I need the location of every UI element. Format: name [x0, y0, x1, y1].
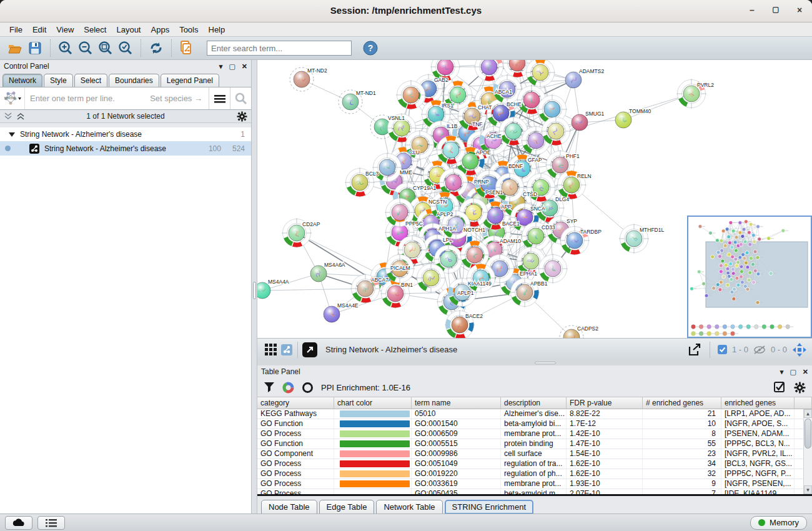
help-icon[interactable]: ?: [360, 38, 380, 58]
pan-compass-icon[interactable]: [792, 342, 807, 357]
grid-view-icon[interactable]: [262, 340, 279, 360]
expander-icon[interactable]: [9, 132, 15, 137]
column-header-FDR-p-value[interactable]: FDR p-value: [567, 397, 643, 409]
settings-gear-icon[interactable]: [794, 382, 806, 394]
menu-item-select[interactable]: Select: [79, 24, 111, 35]
svg-text:?: ?: [368, 43, 374, 53]
table-row[interactable]: GO ProcessGO:0050435beta-amyloid m...2.0…: [257, 489, 812, 494]
table-row[interactable]: GO ProcessGO:0019220regulation of ph...1…: [257, 469, 812, 479]
column-header-description[interactable]: description: [501, 397, 567, 409]
table-scrollbar[interactable]: ▲ ▼: [803, 409, 812, 494]
menu-item-layout[interactable]: Layout: [112, 24, 145, 35]
selected-nodes-icon[interactable]: [718, 345, 727, 354]
node-label: PSEN1: [485, 189, 503, 196]
network-canvas[interactable]: MT-ND2MT-ND1VSNL1GAB2IRS1IL1BTNFCHATABCA…: [257, 60, 812, 338]
zoom-fit-button[interactable]: [96, 38, 116, 58]
column-header-filler: [795, 397, 812, 409]
draw-charts-icon[interactable]: [282, 382, 294, 394]
zoom-out-button[interactable]: [76, 38, 96, 58]
string-options-icon[interactable]: [209, 87, 230, 109]
cell-genes: [IDE, KIAA1149...: [721, 489, 795, 494]
minimize-button[interactable]: –: [747, 5, 757, 15]
protein-node[interactable]: [525, 60, 555, 87]
control-panel: Control Panel ▾ ▢ ✕ NetworkStyleSelectBo…: [0, 60, 252, 514]
column-header-enriched-genes[interactable]: enriched genes: [721, 397, 795, 409]
copy-network-button[interactable]: [177, 38, 197, 58]
table-row[interactable]: GO ProcessGO:0051049regulation of tra...…: [257, 459, 812, 469]
collection-count: 1: [240, 130, 251, 139]
tab-network[interactable]: Network: [2, 74, 42, 87]
maximize-button[interactable]: ▢: [771, 5, 781, 15]
tab-legend-panel[interactable]: Legend Panel: [161, 74, 219, 87]
string-terms-input[interactable]: Enter one term per line.Set species →: [25, 94, 209, 103]
save-button[interactable]: [25, 38, 45, 58]
panel-splitter[interactable]: [252, 60, 257, 514]
menu-item-view[interactable]: View: [52, 24, 78, 35]
zoom-in-button[interactable]: [56, 38, 76, 58]
table-row[interactable]: GO FunctionGO:0001540beta-amyloid bi...1…: [257, 419, 812, 429]
close-button[interactable]: ×: [795, 5, 805, 15]
tab-boundaries[interactable]: Boundaries: [109, 74, 159, 87]
task-history-button[interactable]: [37, 516, 65, 530]
cell-term-name: GO:0006509: [412, 429, 501, 439]
cell-term-name: GO:0050435: [412, 489, 501, 494]
set-species-hint[interactable]: Set species →: [150, 94, 209, 103]
tab-node-table[interactable]: Node Table: [261, 500, 317, 514]
hidden-nodes-eye-icon[interactable]: [753, 345, 766, 355]
zoom-selected-button[interactable]: [116, 38, 136, 58]
cell-genes: [NGFR, PSENEN,...: [721, 479, 795, 489]
toolbar-separator: [50, 39, 51, 57]
table-row[interactable]: GO ComponentGO:0009986cell surface1.54E-…: [257, 449, 812, 459]
birds-eye-toggle-icon[interactable]: [279, 340, 295, 360]
menu-item-help[interactable]: Help: [204, 24, 230, 35]
panel-menu-icon[interactable]: ▾: [219, 62, 223, 71]
app-store-cloud-button[interactable]: [5, 516, 32, 530]
column-header-chart-color[interactable]: chart color: [334, 397, 412, 409]
table-row[interactable]: GO ProcessGO:0006509membrane prot...1.42…: [257, 429, 812, 439]
cell-description: membrane prot...: [501, 479, 567, 489]
network-collection-row[interactable]: String Network - Alzheimer's disease 1: [0, 127, 251, 141]
export-network-icon[interactable]: [687, 342, 702, 357]
tab-network-table[interactable]: Network Table: [376, 500, 442, 514]
tab-select[interactable]: Select: [74, 74, 107, 87]
tab-style[interactable]: Style: [44, 74, 73, 87]
table-row[interactable]: KEGG Pathways05010Alzheimer's dise...8.8…: [257, 409, 812, 419]
refresh-icon[interactable]: [146, 38, 166, 58]
detach-view-icon[interactable]: [300, 340, 319, 360]
table-row[interactable]: GO FunctionGO:0005515protein binding1.47…: [257, 439, 812, 449]
scroll-down-icon[interactable]: ▼: [804, 485, 812, 494]
table-row[interactable]: GO ProcessGO:0033619membrane prot...1.93…: [257, 479, 812, 489]
string-protein-query-icon[interactable]: STRING: [0, 87, 25, 109]
select-rows-checkbox-icon[interactable]: [774, 382, 785, 393]
node-label: BCHE: [507, 101, 522, 107]
filter-funnel-icon[interactable]: [264, 382, 275, 393]
birds-eye-view[interactable]: [687, 216, 812, 338]
splitter-handle[interactable]: [535, 362, 556, 364]
float-panel-icon[interactable]: ▢: [229, 62, 235, 71]
scroll-thumb[interactable]: [805, 419, 811, 449]
cell-description: regulation of tra...: [501, 459, 567, 469]
splitter-handle[interactable]: [253, 282, 256, 299]
column-header-category[interactable]: category: [257, 397, 334, 409]
memory-button[interactable]: Memory: [750, 516, 807, 530]
search-input[interactable]: [207, 41, 352, 56]
node-label: NCSTN: [428, 199, 447, 205]
panel-menu-icon[interactable]: ▾: [780, 368, 784, 376]
menu-item-file[interactable]: File: [5, 24, 27, 35]
column-header-term-name[interactable]: term name: [412, 397, 501, 409]
close-panel-icon[interactable]: ✕: [803, 368, 808, 376]
string-search-icon[interactable]: [230, 87, 251, 109]
tab-string-enrichment[interactable]: STRING Enrichment: [445, 500, 533, 514]
scroll-up-icon[interactable]: ▲: [804, 409, 812, 418]
horizontal-splitter[interactable]: [257, 360, 812, 365]
tab-edge-table[interactable]: Edge Table: [319, 500, 375, 514]
reset-charts-icon[interactable]: [302, 382, 314, 394]
menu-item-tools[interactable]: Tools: [175, 24, 202, 35]
network-row-selected[interactable]: String Network - Alzheimer's disease 100…: [0, 141, 251, 156]
float-panel-icon[interactable]: ▢: [790, 368, 796, 376]
close-panel-icon[interactable]: ✕: [242, 62, 247, 71]
menu-item-edit[interactable]: Edit: [28, 24, 51, 35]
open-file-button[interactable]: [5, 38, 25, 58]
column-header--enriched-genes[interactable]: # enriched genes: [643, 397, 721, 409]
menu-item-apps[interactable]: Apps: [147, 24, 174, 35]
